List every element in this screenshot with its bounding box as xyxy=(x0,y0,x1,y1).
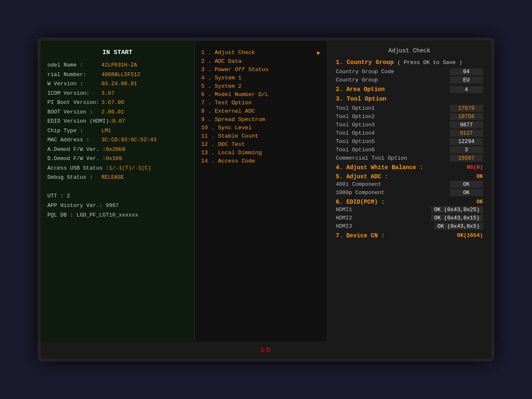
tool-option-value: 9127 xyxy=(450,130,483,137)
tv-wrapper: IN START odel Name :42LP631H-ZArial Numb… xyxy=(37,37,495,362)
country-group-code-value: 04 xyxy=(450,68,483,75)
device-cn-value: OK(1654) xyxy=(457,232,483,239)
left-info-row: W Version :03.24.00.01 xyxy=(47,80,187,88)
tool-option-row: Tool Option39877 xyxy=(336,121,483,128)
left-info-block: odel Name :42LP631H-ZArial Number:406RAL… xyxy=(47,61,187,183)
white-balance-value: NG(0) xyxy=(467,164,483,171)
info-label: W Version : xyxy=(47,80,101,88)
menu-item-3[interactable]: 3 . Power Off Status xyxy=(201,66,320,73)
in-start-title: IN START xyxy=(47,49,187,56)
white-balance-section: 4. Adjust White Balance : NG(0) xyxy=(336,164,483,171)
info-label: BOOT Version : xyxy=(47,108,101,116)
info-label: odel Name : xyxy=(47,61,101,69)
menu-item-1[interactable]: 1 . Adjust Check▶ xyxy=(201,49,320,56)
area-option-row: 2. Area Option 4 xyxy=(336,86,483,93)
menu-item-2[interactable]: 2 . ADC Data xyxy=(201,58,320,64)
adc-rows: 480i ComponentOK1080p ComponentOK xyxy=(336,181,483,196)
area-option-heading: 2. Area Option xyxy=(336,86,385,93)
info-label: Debug Status : xyxy=(47,173,101,182)
left-info-row: MAC Address :3C:CD:93:6C:52:43 xyxy=(47,136,187,144)
menu-item-5[interactable]: 5 . System 2 xyxy=(201,83,320,89)
tv-screen: IN START odel Name :42LP631H-ZArial Numb… xyxy=(41,41,491,342)
menu-item-12[interactable]: 12 . ODC Test xyxy=(201,141,320,148)
tool-option-rows: Tool Option117079Tool Option218756Tool O… xyxy=(336,105,483,162)
country-group-label: 1. Country Group xyxy=(336,59,394,66)
left-info-row: BOOT Version :2.00.01 xyxy=(47,108,187,116)
menu-item-8[interactable]: 8 . External ADC xyxy=(201,108,320,114)
tool-option-value: 18756 xyxy=(450,113,483,120)
left-info-row: Debug Status :RELEASE xyxy=(47,173,187,182)
adc-label: 480i Component xyxy=(336,181,450,187)
adjust-adc-heading-value: OK xyxy=(476,173,483,180)
edid-heading-row: 6. EDID(PCM) : OK xyxy=(336,199,483,205)
info-value: 1/-1(T)/-1(C) xyxy=(109,164,151,172)
utt-block: UTT : 2 APP History Ver.: 9967 PQL DB : … xyxy=(47,191,187,220)
info-label: Access USB Status : xyxy=(47,164,109,172)
country-group-row: Country Group EU xyxy=(336,76,483,84)
left-info-row: D.Demod F/W Ver. :0x109 xyxy=(47,155,187,163)
tool-option-row: Tool Option512294 xyxy=(336,138,483,145)
country-group-section: 1. Country Group ( Press OK to Save ) Co… xyxy=(336,59,483,84)
white-balance-row: 4. Adjust White Balance : NG(0) xyxy=(336,164,483,171)
tool-option-value: 17079 xyxy=(450,105,483,112)
left-info-row: odel Name :42LP631H-ZA xyxy=(47,61,187,69)
menu-item-13[interactable]: 13 . Local Dimming xyxy=(201,150,320,156)
info-label: Chip Type : xyxy=(47,127,101,135)
tool-option-row: Tool Option117079 xyxy=(336,105,483,112)
left-info-row: PI Boot Version:3.67.00 xyxy=(47,99,187,107)
tool-option-row: Commercial Tool Option15587 xyxy=(336,155,483,162)
edid-heading: 6. EDID(PCM) : xyxy=(336,199,385,205)
menu-item-4[interactable]: 4 . System 1 xyxy=(201,75,320,81)
edid-pcm-section: 6. EDID(PCM) : OK HDMI1OK (0x43,0x25)HDM… xyxy=(336,199,483,230)
device-cn-section: 7. Device CN : OK(1654) xyxy=(336,232,483,239)
adc-row: 1080p ComponentOK xyxy=(336,189,483,196)
middle-panel: 1 . Adjust Check▶2 . ADC Data3 . Power O… xyxy=(195,41,328,342)
menu-arrow: ▶ xyxy=(317,49,320,56)
adc-row: 480i ComponentOK xyxy=(336,181,483,188)
info-value: 2.00.01 xyxy=(101,108,124,116)
country-group-code-row: Country Group Code 04 xyxy=(336,68,483,75)
left-panel: IN START odel Name :42LP631H-ZArial Numb… xyxy=(41,41,195,342)
tool-option-label: Tool Option5 xyxy=(336,138,450,145)
tool-option-row: Tool Option218756 xyxy=(336,113,483,120)
info-value: 03.24.00.01 xyxy=(101,80,137,88)
tool-option-value: 12294 xyxy=(450,138,483,145)
menu-item-11[interactable]: 11 . Stable Count xyxy=(201,133,320,139)
tool-option-row: Tool Option63 xyxy=(336,146,483,153)
info-label: PI Boot Version: xyxy=(47,99,101,107)
area-option-section: 2. Area Option 4 xyxy=(336,86,483,93)
tool-option-value: 9877 xyxy=(450,121,483,128)
menu-item-7[interactable]: 7 . Test Option xyxy=(201,100,320,106)
device-cn-heading: 7. Device CN : xyxy=(336,232,385,239)
menu-item-6[interactable]: 6 . Model Number D/L xyxy=(201,91,320,98)
info-value: LM1 xyxy=(101,127,111,135)
edid-rows: HDMI1OK (0x43,0x25)HDMI2OK (0x43,0x15)HD… xyxy=(336,206,483,230)
menu-item-10[interactable]: 10 . Sync Level xyxy=(201,125,320,131)
adjust-adc-heading-row: 5. Adjust ADC : OK xyxy=(336,173,483,180)
press-hint: ( Press OK to Save ) xyxy=(397,59,462,66)
edid-value: OK (0x43,0x25) xyxy=(431,206,483,213)
country-group-code-label: Country Group Code xyxy=(336,69,450,75)
white-balance-heading: 4. Adjust White Balance : xyxy=(336,164,423,171)
left-info-row: rial Number:406RALL5F512 xyxy=(47,71,187,79)
adjust-adc-section: 5. Adjust ADC : OK 480i ComponentOK1080p… xyxy=(336,173,483,196)
info-value: 3C:CD:93:6C:52:43 xyxy=(101,136,157,144)
info-value: 3.67.00 xyxy=(101,99,124,107)
left-info-row: EDID Version (HDMI):0.07 xyxy=(47,117,187,126)
right-panel: Adjust Check 1. Country Group ( Press OK… xyxy=(328,41,491,342)
tool-option-value: 3 xyxy=(450,146,483,153)
tool-option-label: Commercial Tool Option xyxy=(336,155,450,161)
menu-item-14[interactable]: 14 . Access Code xyxy=(201,158,320,164)
device-cn-row: 7. Device CN : OK(1654) xyxy=(336,232,483,239)
info-value: 406RALL5F512 xyxy=(101,71,140,79)
country-group-heading: 1. Country Group ( Press OK to Save ) xyxy=(336,59,483,66)
adc-value: OK xyxy=(450,181,483,188)
left-info-row: Chip Type :LM1 xyxy=(47,127,187,135)
edid-label: HDMI2 xyxy=(336,215,431,221)
menu-item-9[interactable]: 9 . Spread Spectrum xyxy=(201,116,320,123)
info-label: A.Demod F/W Ver. : xyxy=(47,145,106,154)
tool-option-section: 3. Tool Option Tool Option117079Tool Opt… xyxy=(336,96,483,162)
info-label: rial Number: xyxy=(47,71,101,79)
info-label: EDID Version (HDMI): xyxy=(47,117,112,126)
edid-value: OK (0x43,0x5) xyxy=(434,223,483,230)
